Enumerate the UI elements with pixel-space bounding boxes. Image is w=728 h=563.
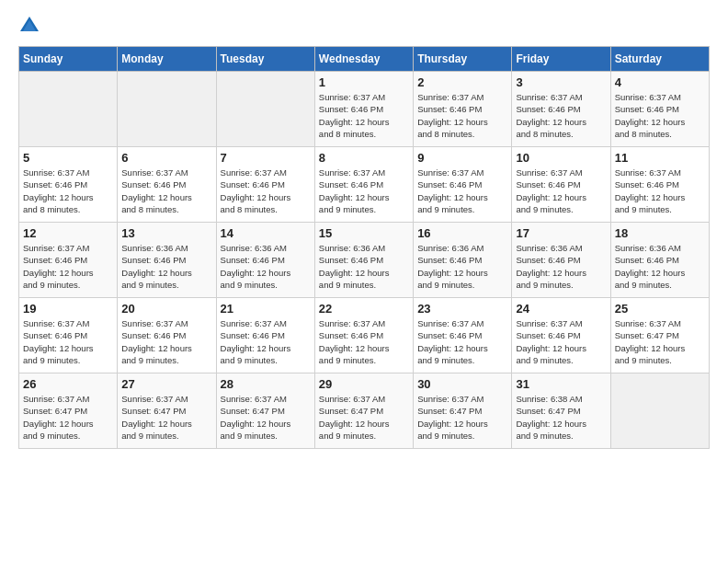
calendar-header: SundayMondayTuesdayWednesdayThursdayFrid… xyxy=(19,47,710,72)
header-cell-wednesday: Wednesday xyxy=(314,47,413,72)
day-cell: 1Sunrise: 6:37 AM Sunset: 6:46 PM Daylig… xyxy=(314,72,413,147)
day-cell: 22Sunrise: 6:37 AM Sunset: 6:46 PM Dayli… xyxy=(314,298,413,373)
day-number: 1 xyxy=(319,75,409,89)
day-number: 21 xyxy=(221,302,311,316)
day-cell xyxy=(19,72,118,147)
logo-icon xyxy=(18,15,40,37)
header-cell-tuesday: Tuesday xyxy=(216,47,314,72)
day-cell: 10Sunrise: 6:37 AM Sunset: 6:46 PM Dayli… xyxy=(512,147,610,223)
header xyxy=(18,15,710,37)
day-cell: 30Sunrise: 6:37 AM Sunset: 6:47 PM Dayli… xyxy=(414,373,512,449)
day-number: 9 xyxy=(417,151,507,165)
day-cell: 7Sunrise: 6:37 AM Sunset: 6:46 PM Daylig… xyxy=(216,147,314,223)
day-info: Sunrise: 6:37 AM Sunset: 6:46 PM Dayligh… xyxy=(319,167,409,215)
day-cell: 15Sunrise: 6:36 AM Sunset: 6:46 PM Dayli… xyxy=(314,223,413,298)
day-cell: 20Sunrise: 6:37 AM Sunset: 6:46 PM Dayli… xyxy=(118,298,216,373)
day-info: Sunrise: 6:37 AM Sunset: 6:46 PM Dayligh… xyxy=(417,167,507,215)
day-number: 2 xyxy=(417,75,507,89)
day-info: Sunrise: 6:36 AM Sunset: 6:46 PM Dayligh… xyxy=(319,242,409,291)
day-number: 28 xyxy=(221,377,311,391)
header-cell-thursday: Thursday xyxy=(414,47,512,72)
day-number: 14 xyxy=(221,226,311,240)
week-row-4: 19Sunrise: 6:37 AM Sunset: 6:46 PM Dayli… xyxy=(19,298,710,373)
day-cell: 8Sunrise: 6:37 AM Sunset: 6:46 PM Daylig… xyxy=(314,147,413,223)
day-number: 7 xyxy=(221,151,311,165)
day-number: 16 xyxy=(417,226,507,240)
day-info: Sunrise: 6:36 AM Sunset: 6:46 PM Dayligh… xyxy=(615,242,705,291)
day-number: 5 xyxy=(23,151,113,165)
day-info: Sunrise: 6:37 AM Sunset: 6:46 PM Dayligh… xyxy=(23,317,113,366)
day-cell: 28Sunrise: 6:37 AM Sunset: 6:47 PM Dayli… xyxy=(216,373,314,449)
day-info: Sunrise: 6:37 AM Sunset: 6:46 PM Dayligh… xyxy=(221,317,311,366)
day-info: Sunrise: 6:37 AM Sunset: 6:46 PM Dayligh… xyxy=(516,91,606,140)
day-info: Sunrise: 6:37 AM Sunset: 6:46 PM Dayligh… xyxy=(417,91,507,140)
day-cell: 29Sunrise: 6:37 AM Sunset: 6:47 PM Dayli… xyxy=(314,373,413,449)
day-cell xyxy=(118,72,216,147)
day-cell: 24Sunrise: 6:37 AM Sunset: 6:46 PM Dayli… xyxy=(512,298,610,373)
header-row: SundayMondayTuesdayWednesdayThursdayFrid… xyxy=(19,47,710,72)
day-cell: 5Sunrise: 6:37 AM Sunset: 6:46 PM Daylig… xyxy=(19,147,118,223)
day-info: Sunrise: 6:37 AM Sunset: 6:46 PM Dayligh… xyxy=(121,317,211,366)
day-cell: 6Sunrise: 6:37 AM Sunset: 6:46 PM Daylig… xyxy=(118,147,216,223)
day-info: Sunrise: 6:37 AM Sunset: 6:46 PM Dayligh… xyxy=(121,167,211,215)
day-info: Sunrise: 6:37 AM Sunset: 6:47 PM Dayligh… xyxy=(417,393,507,442)
week-row-1: 1Sunrise: 6:37 AM Sunset: 6:46 PM Daylig… xyxy=(19,72,710,147)
day-info: Sunrise: 6:37 AM Sunset: 6:46 PM Dayligh… xyxy=(23,167,113,215)
day-number: 8 xyxy=(319,151,409,165)
logo-area xyxy=(18,15,48,37)
day-number: 12 xyxy=(23,226,113,240)
day-info: Sunrise: 6:37 AM Sunset: 6:46 PM Dayligh… xyxy=(615,91,705,140)
week-row-5: 26Sunrise: 6:37 AM Sunset: 6:47 PM Dayli… xyxy=(19,373,710,449)
day-number: 23 xyxy=(417,302,507,316)
day-info: Sunrise: 6:36 AM Sunset: 6:46 PM Dayligh… xyxy=(417,242,507,291)
page: SundayMondayTuesdayWednesdayThursdayFrid… xyxy=(0,0,728,563)
day-number: 6 xyxy=(121,151,211,165)
calendar-body: 1Sunrise: 6:37 AM Sunset: 6:46 PM Daylig… xyxy=(19,72,710,449)
day-number: 31 xyxy=(516,377,606,391)
logo xyxy=(18,15,48,37)
day-info: Sunrise: 6:37 AM Sunset: 6:46 PM Dayligh… xyxy=(516,317,606,366)
day-info: Sunrise: 6:37 AM Sunset: 6:46 PM Dayligh… xyxy=(615,167,705,215)
day-number: 10 xyxy=(516,151,606,165)
day-cell: 13Sunrise: 6:36 AM Sunset: 6:46 PM Dayli… xyxy=(118,223,216,298)
day-number: 4 xyxy=(615,75,705,89)
day-cell: 17Sunrise: 6:36 AM Sunset: 6:46 PM Dayli… xyxy=(512,223,610,298)
day-info: Sunrise: 6:37 AM Sunset: 6:47 PM Dayligh… xyxy=(319,393,409,442)
day-cell: 23Sunrise: 6:37 AM Sunset: 6:46 PM Dayli… xyxy=(414,298,512,373)
day-cell: 9Sunrise: 6:37 AM Sunset: 6:46 PM Daylig… xyxy=(414,147,512,223)
day-info: Sunrise: 6:36 AM Sunset: 6:46 PM Dayligh… xyxy=(121,242,211,291)
day-number: 24 xyxy=(516,302,606,316)
day-info: Sunrise: 6:37 AM Sunset: 6:47 PM Dayligh… xyxy=(615,317,705,366)
header-cell-friday: Friday xyxy=(512,47,610,72)
day-cell: 19Sunrise: 6:37 AM Sunset: 6:46 PM Dayli… xyxy=(19,298,118,373)
day-info: Sunrise: 6:37 AM Sunset: 6:46 PM Dayligh… xyxy=(417,317,507,366)
day-info: Sunrise: 6:37 AM Sunset: 6:47 PM Dayligh… xyxy=(23,393,113,442)
day-info: Sunrise: 6:37 AM Sunset: 6:46 PM Dayligh… xyxy=(319,317,409,366)
day-number: 15 xyxy=(319,226,409,240)
day-info: Sunrise: 6:37 AM Sunset: 6:46 PM Dayligh… xyxy=(319,91,409,140)
day-number: 26 xyxy=(23,377,113,391)
day-info: Sunrise: 6:38 AM Sunset: 6:47 PM Dayligh… xyxy=(516,393,606,442)
day-number: 19 xyxy=(23,302,113,316)
header-cell-sunday: Sunday xyxy=(19,47,118,72)
day-info: Sunrise: 6:37 AM Sunset: 6:46 PM Dayligh… xyxy=(221,167,311,215)
day-info: Sunrise: 6:37 AM Sunset: 6:47 PM Dayligh… xyxy=(121,393,211,442)
day-number: 29 xyxy=(319,377,409,391)
day-cell: 26Sunrise: 6:37 AM Sunset: 6:47 PM Dayli… xyxy=(19,373,118,449)
day-number: 18 xyxy=(615,226,705,240)
day-cell xyxy=(216,72,314,147)
day-cell: 25Sunrise: 6:37 AM Sunset: 6:47 PM Dayli… xyxy=(610,298,709,373)
week-row-3: 12Sunrise: 6:37 AM Sunset: 6:46 PM Dayli… xyxy=(19,223,710,298)
header-cell-saturday: Saturday xyxy=(610,47,709,72)
day-cell: 14Sunrise: 6:36 AM Sunset: 6:46 PM Dayli… xyxy=(216,223,314,298)
day-info: Sunrise: 6:36 AM Sunset: 6:46 PM Dayligh… xyxy=(516,242,606,291)
day-info: Sunrise: 6:37 AM Sunset: 6:46 PM Dayligh… xyxy=(516,167,606,215)
day-number: 13 xyxy=(121,226,211,240)
day-cell: 31Sunrise: 6:38 AM Sunset: 6:47 PM Dayli… xyxy=(512,373,610,449)
day-cell: 27Sunrise: 6:37 AM Sunset: 6:47 PM Dayli… xyxy=(118,373,216,449)
day-cell: 11Sunrise: 6:37 AM Sunset: 6:46 PM Dayli… xyxy=(610,147,709,223)
day-number: 27 xyxy=(121,377,211,391)
day-cell: 18Sunrise: 6:36 AM Sunset: 6:46 PM Dayli… xyxy=(610,223,709,298)
day-cell: 2Sunrise: 6:37 AM Sunset: 6:46 PM Daylig… xyxy=(414,72,512,147)
day-cell: 3Sunrise: 6:37 AM Sunset: 6:46 PM Daylig… xyxy=(512,72,610,147)
